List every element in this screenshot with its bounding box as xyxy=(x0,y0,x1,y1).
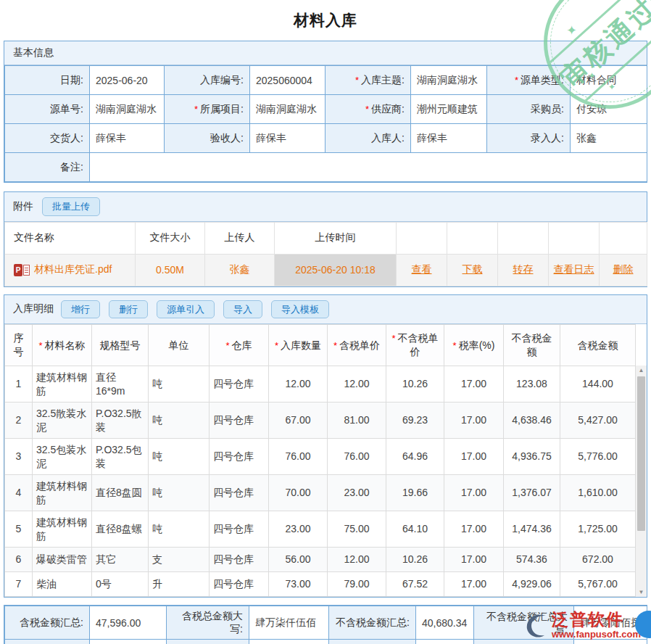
watermark-site: www.fanpusoft.com xyxy=(552,629,641,640)
field-label-project: *所属项目: xyxy=(165,95,250,124)
attachments-section-title: 附件 xyxy=(13,200,33,213)
col-header-material: *材料名称 xyxy=(33,325,92,366)
summary-label-notax-total: 不含税金额汇总: xyxy=(329,606,416,640)
source-import-button[interactable]: 源单引入 xyxy=(157,300,215,319)
field-label-remark: 备注: xyxy=(5,153,90,182)
batch-upload-button[interactable]: 批量上传 xyxy=(42,197,100,216)
field-label-subject: *入库主题: xyxy=(326,66,411,95)
detail-row: 4建筑材料钢筋 直径8盘圆吨 四号仓库70.00 23.0019.66 17.0… xyxy=(5,475,636,511)
col-header-unit: 单位 xyxy=(149,325,210,366)
attachment-upload-time: 2025-06-20 10:18 xyxy=(275,254,397,286)
att-header-action xyxy=(549,222,600,254)
col-header-notax-price: *不含税单价 xyxy=(386,325,444,366)
col-header-notax-amount: 不含税金额 xyxy=(504,325,560,366)
scroll-down-icon[interactable]: ▼ xyxy=(639,587,644,597)
add-row-button[interactable]: 增行 xyxy=(61,300,100,319)
download-link[interactable]: 下载 xyxy=(463,263,483,275)
transfer-link[interactable]: 转存 xyxy=(513,263,534,275)
field-value-source-no: 湖南洞庭湖水 xyxy=(90,95,165,124)
summary-value-notax-total: 40,680.34 xyxy=(416,606,474,640)
summary-label-tax-total: 含税金额汇总: xyxy=(5,606,90,640)
import-template-button[interactable]: 导入模板 xyxy=(271,300,329,319)
detail-table: 序号 *材料名称 规格型号 单位 *仓库 *入库数量 *含税单价 *不含税单价 … xyxy=(4,324,636,597)
field-label-receipt-no: 入库编号: xyxy=(165,66,250,95)
detail-table-scrollbar[interactable]: ▲ ▼ xyxy=(636,366,647,597)
field-label-supplier: *供应商: xyxy=(326,95,411,124)
field-label-source-no: 源单号: xyxy=(5,95,90,124)
attachments-panel: 附件 批量上传 文件名称 文件大小 上传人 上传时间 P 材料出 xyxy=(4,191,647,287)
field-label-recorder: 录入人: xyxy=(487,124,571,153)
detail-section-title: 入库明细 xyxy=(13,302,54,315)
field-label-deliverer: 交货人: xyxy=(5,124,90,153)
fanpu-logo-icon xyxy=(524,612,547,638)
field-value-recorder: 张鑫 xyxy=(571,124,647,153)
detail-row: 1建筑材料钢筋 直径16*9m吨 四号仓库12.00 12.0010.26 17… xyxy=(5,366,636,402)
detail-row: 332.5包装水泥 P.O32.5包装吨 四号仓库76.00 76.0064.9… xyxy=(5,439,636,475)
field-value-source-type: 材料合同 xyxy=(571,66,647,95)
view-log-link[interactable]: 查看日志 xyxy=(554,263,594,275)
attachment-uploader: 张鑫 xyxy=(205,254,275,286)
summary-label-qty-total: 入库数量汇总: xyxy=(5,640,90,644)
col-header-tax-price: *含税单价 xyxy=(328,325,386,366)
delete-row-button[interactable]: 删行 xyxy=(109,300,148,319)
summary-value-tax-total-cn: 肆万柒仟伍佰 xyxy=(249,606,329,640)
field-value-purchaser: 付安琼 xyxy=(571,95,647,124)
summary-value-tax-total: 47,596.00 xyxy=(90,606,167,640)
watermark-brand: 泛普软件 xyxy=(552,611,641,629)
field-value-inspector: 薛保丰 xyxy=(250,124,326,153)
detail-row: 232.5散装水泥 P.O32.5散装吨 四号仓库67.00 81.0069.2… xyxy=(5,402,636,439)
field-value-deliverer: 薛保丰 xyxy=(90,124,165,153)
basic-info-panel: 基本信息 日期: 2025-06-20 入库编号: 2025060004 *入库… xyxy=(4,41,647,183)
attachment-file-size: 0.50M xyxy=(136,254,205,286)
detail-row: 5建筑材料钢筋 直径8盘螺吨 四号仓库23.00 75.0064.10 17.0… xyxy=(5,511,636,548)
field-value-receipt-no: 2025060004 xyxy=(250,66,326,95)
field-value-subject: 湖南洞庭湖水 xyxy=(411,66,487,95)
pdf-file-icon: P xyxy=(14,264,30,276)
attachment-row: P 材料出库凭证.pdf 0.50M 张鑫 2025-06-20 10:18 查… xyxy=(5,254,647,286)
field-value-remark xyxy=(90,153,647,182)
attachments-table: 文件名称 文件大小 上传人 上传时间 P 材料出库凭证.pdf 0.50M 张鑫… xyxy=(4,222,647,286)
basic-info-section-title: 基本信息 xyxy=(13,46,54,59)
fanpu-watermark: 泛普软件 www.fanpusoft.com xyxy=(524,611,641,640)
att-header-action xyxy=(498,222,549,254)
summary-value-qty-total: 551.00 xyxy=(90,640,167,644)
field-label-inspector: 验收人: xyxy=(165,124,250,153)
field-label-date: 日期: xyxy=(5,66,90,95)
field-value-date: 2025-06-20 xyxy=(90,66,165,95)
attachment-file-link[interactable]: P 材料出库凭证.pdf xyxy=(14,263,112,276)
col-header-tax-amount: 含税金额 xyxy=(560,325,636,366)
att-header-action xyxy=(600,222,647,254)
detail-row: 6爆破类雷管 其它支 四号仓库56.00 12.0010.26 17.00574… xyxy=(5,548,636,572)
scrollbar-thumb[interactable] xyxy=(637,376,645,531)
att-header-filesize: 文件大小 xyxy=(136,222,205,254)
att-header-uploadtime: 上传时间 xyxy=(275,222,397,254)
att-header-action xyxy=(397,222,447,254)
field-value-warehouser: 薛保丰 xyxy=(411,124,487,153)
field-label-purchaser: 采购员: xyxy=(487,95,571,124)
att-header-action xyxy=(447,222,498,254)
field-value-project: 湖南洞庭湖水 xyxy=(250,95,326,124)
page-title: 材料入库 xyxy=(0,0,651,41)
detail-row: 7柴油 0号升 四号仓库73.00 79.0067.52 17.004,929.… xyxy=(5,572,636,597)
att-header-uploader: 上传人 xyxy=(205,222,275,254)
col-header-warehouse: *仓库 xyxy=(210,325,269,366)
summary-label-tax-total-cn: 含税总金额大写: xyxy=(167,606,249,640)
col-header-spec: 规格型号 xyxy=(92,325,149,366)
col-header-qty: *入库数量 xyxy=(269,325,328,366)
basic-info-table: 日期: 2025-06-20 入库编号: 2025060004 *入库主题: 湖… xyxy=(4,65,647,182)
field-value-supplier: 潮州元顺建筑 xyxy=(411,95,487,124)
scroll-up-icon[interactable]: ▲ xyxy=(639,366,644,375)
col-header-no: 序号 xyxy=(5,325,33,366)
import-button[interactable]: 导入 xyxy=(223,300,262,319)
field-label-source-type: *源单类型: xyxy=(487,66,571,95)
col-header-tax-rate: *税率(%) xyxy=(444,325,504,366)
detail-panel: 入库明细 增行 删行 源单引入 导入 导入模板 序号 *材料名称 规格型号 单位… xyxy=(4,294,647,598)
att-header-filename: 文件名称 xyxy=(5,222,136,254)
delete-link[interactable]: 删除 xyxy=(613,263,634,275)
view-link[interactable]: 查看 xyxy=(412,263,432,275)
field-label-warehouser: 入库人: xyxy=(326,124,411,153)
